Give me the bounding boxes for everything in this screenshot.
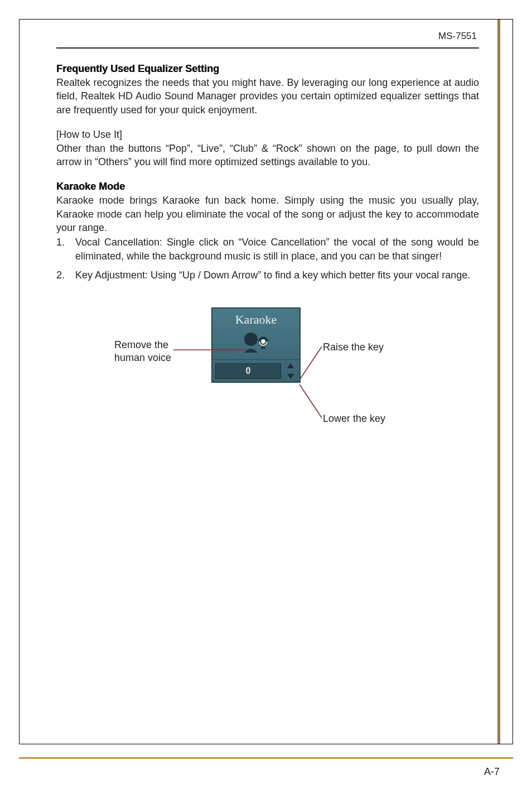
list-item: Key Adjustment: Using “Up / Down Arrow” … xyxy=(56,268,479,282)
page-number: A-7 xyxy=(484,766,500,778)
footer-divider xyxy=(19,757,513,759)
karaoke-list: Vocal Cancellation: Single click on “Voi… xyxy=(56,235,479,282)
leader-line-left xyxy=(173,344,246,355)
svg-point-0 xyxy=(244,333,258,346)
svg-line-6 xyxy=(299,384,322,418)
leader-line-lower xyxy=(299,374,333,430)
karaoke-section-body: Karaoke mode brings Karaoke fun back hom… xyxy=(56,194,479,234)
howto-body: Other than the buttons “Pop”, “Live”, “C… xyxy=(56,142,479,169)
karaoke-diagram: Karaoke 0 xyxy=(56,307,479,453)
key-up-button[interactable] xyxy=(287,363,294,368)
howto-label: [How to Use It] xyxy=(56,129,479,141)
list-item: Vocal Cancellation: Single click on “Voi… xyxy=(56,235,479,263)
key-value: 0 xyxy=(215,363,281,379)
key-adjust-row: 0 xyxy=(212,359,300,382)
eq-section-body: Realtek recognizes the needs that you mi… xyxy=(56,76,479,117)
svg-point-3 xyxy=(261,339,265,344)
key-down-button[interactable] xyxy=(287,374,294,379)
page-frame: MS-7551 Frequently Used Equalizer Settin… xyxy=(19,19,513,744)
karaoke-panel-title: Karaoke xyxy=(212,308,300,330)
svg-rect-2 xyxy=(261,347,265,349)
model-number: MS-7551 xyxy=(56,31,479,47)
content-area: MS-7551 Frequently Used Equalizer Settin… xyxy=(56,31,479,453)
karaoke-section-title: Karaoke Mode xyxy=(56,181,479,192)
header-divider xyxy=(56,47,479,49)
eq-section-title: Frequently Used Equalizer Setting xyxy=(56,63,479,75)
key-stepper xyxy=(284,363,297,379)
accent-bar xyxy=(497,20,500,744)
